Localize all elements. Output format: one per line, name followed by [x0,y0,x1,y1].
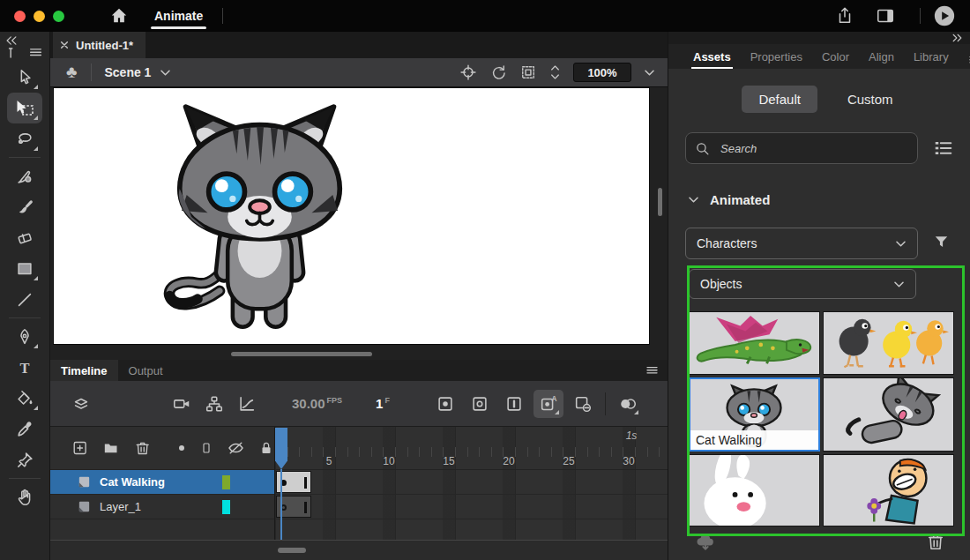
tool-eraser[interactable] [7,222,42,253]
double-chevron-right-icon[interactable] [951,34,963,42]
document-tab[interactable]: Untitled-1* [53,32,146,58]
new-layer-icon[interactable] [71,439,88,457]
eyedropper-icon [15,420,34,439]
list-view-button[interactable] [934,140,952,156]
tools-menu-icon[interactable] [29,48,42,58]
timeline-horizontal-scrollbar[interactable] [50,541,668,560]
remove-frame-button[interactable] [568,390,598,418]
zoom-level-field[interactable]: 100% [573,63,631,82]
hide-layers-icon[interactable] [227,439,245,457]
frame-track-cat-walking[interactable] [275,470,668,495]
tool-pen[interactable] [7,321,42,352]
search-input[interactable] [720,142,897,155]
window-close-button[interactable] [14,11,26,22]
tool-paint-bucket[interactable] [7,383,42,414]
tab-color[interactable]: Color [822,50,849,69]
current-frame-field[interactable]: 1F [376,396,390,411]
frame-track-layer-1[interactable] [275,495,668,519]
layer-color-swatch[interactable] [222,475,230,489]
insert-frame-button[interactable] [499,390,529,418]
tool-text[interactable]: T [7,352,42,383]
tool-subselection-transform[interactable] [7,93,42,123]
lock-layers-icon[interactable] [258,439,274,457]
rectangle-tool-icon [15,259,34,279]
layer-depth-button[interactable] [71,394,91,414]
outline-column-icon[interactable] [199,439,213,457]
cat-artwork[interactable] [138,99,381,344]
filter-button[interactable] [933,234,950,254]
playhead[interactable] [275,428,287,469]
tool-eyedropper[interactable] [7,414,42,444]
sync-assets-button[interactable] [695,531,716,556]
home-button[interactable] [107,4,131,28]
highlight-column-icon[interactable] [177,444,186,452]
ruler-label-25: 25 [563,455,574,467]
stage-centering-icon[interactable] [459,63,477,81]
tool-rectangle[interactable] [7,253,42,284]
timeline-menu-button[interactable] [645,366,659,376]
tool-asset-warp[interactable] [7,444,42,475]
layer-row-cat-walking[interactable]: Cat Walking [50,470,274,495]
share-button[interactable] [830,4,860,28]
onion-skin-button[interactable] [613,390,643,418]
zoom-chevron-down-icon[interactable] [644,69,655,77]
zoom-stepper-icon[interactable] [549,63,561,81]
tab-properties[interactable]: Properties [750,50,802,69]
auto-keyframe-button[interactable]: A [534,390,563,418]
insert-blank-keyframe-button[interactable] [465,390,495,418]
tab-library[interactable]: Library [914,50,949,69]
clip-content-icon[interactable] [519,63,537,81]
tool-classic-brush[interactable] [7,191,42,222]
tool-line[interactable] [7,284,42,315]
scene-name[interactable]: Scene 1 [104,65,151,79]
layer-list-panel: Cat Walking Layer_1 [50,427,275,540]
default-mode-button[interactable]: Default [742,86,817,113]
asset-thumbnail-chicks[interactable] [823,311,954,375]
tab-timeline[interactable]: Timeline [50,360,118,381]
rotate-stage-icon[interactable] [489,63,507,81]
timeline-ruler[interactable]: 1s 5 10 15 20 25 30 [275,427,668,470]
panel-layout-button[interactable] [870,4,900,28]
window-minimize-button[interactable] [34,11,45,22]
asset-thumbnail-crying-boy[interactable] [823,454,954,526]
scrollbar-thumb[interactable] [278,548,306,553]
search-box[interactable] [685,132,918,164]
stage-horizontal-scrollbar[interactable] [231,352,372,356]
window-zoom-button[interactable] [53,11,64,22]
easing-graph-button[interactable] [237,394,257,414]
objects-dropdown[interactable]: Objects [689,269,916,299]
tool-lasso[interactable] [7,123,42,154]
app-tab-animate[interactable]: Animate [144,0,213,32]
delete-layer-icon[interactable] [134,439,151,457]
asset-thumbnail-bunny[interactable] [689,454,820,526]
animated-section-header[interactable]: Animated [688,190,970,208]
test-movie-button[interactable] [929,4,959,28]
edit-symbols-icon[interactable]: ♣ [66,63,77,82]
camera-button[interactable] [172,394,191,414]
delete-asset-button[interactable] [926,531,945,552]
stage-canvas[interactable] [53,87,650,345]
characters-dropdown[interactable]: Characters [685,228,918,259]
hand-tool-icon [15,488,34,507]
collapse-panels-button[interactable] [0,32,49,46]
asset-thumbnail-dragon[interactable] [689,311,820,375]
new-folder-icon[interactable] [102,439,119,457]
tab-align[interactable]: Align [869,50,894,69]
tool-selection[interactable] [7,62,42,93]
layer-color-swatch[interactable] [222,500,230,514]
tool-fluid-brush[interactable] [7,161,42,191]
close-icon[interactable] [60,41,69,49]
tool-hand[interactable] [7,482,42,512]
insert-keyframe-button[interactable] [430,390,460,418]
layer-row-layer-1[interactable]: Layer_1 [50,495,274,519]
parenting-view-button[interactable] [205,394,224,414]
stage-vertical-scrollbar[interactable] [658,188,662,216]
asset-thumbnail-cat-walking[interactable]: Cat Walking [689,377,820,452]
custom-mode-button[interactable]: Custom [844,86,897,113]
asset-thumbnail-cat-licking[interactable] [823,377,954,452]
tab-assets[interactable]: Assets [693,50,731,69]
tab-output[interactable]: Output [118,360,174,381]
scene-chevron-down-icon[interactable] [160,69,171,77]
frame-rate-field[interactable]: 30.00FPS [292,396,342,411]
frames-area[interactable]: 1s 5 10 15 20 25 30 [275,427,668,540]
